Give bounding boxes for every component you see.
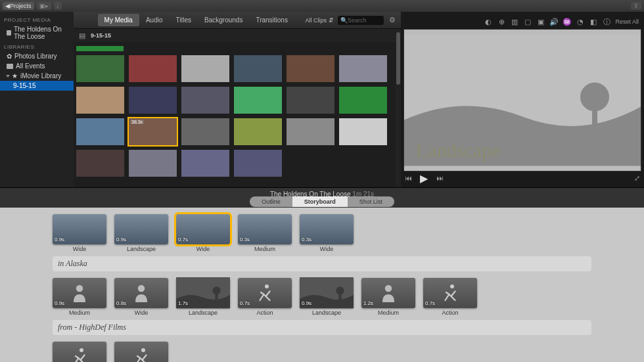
media-thumbnail[interactable] (129, 87, 177, 114)
storyboard-clip[interactable]: 0.9sLandscape (300, 278, 354, 316)
running-person-icon (131, 346, 151, 362)
tab-storyboard[interactable]: Storyboard (292, 196, 348, 207)
clip-thumb[interactable]: 0.9s (114, 214, 168, 244)
download-button[interactable]: ↓ (54, 2, 62, 10)
media-thumbnail[interactable] (234, 87, 282, 114)
clip-filter-select[interactable]: All Clips ⇵ (305, 17, 334, 24)
sidebar-item-allevents[interactable]: All Events (0, 61, 74, 71)
speed-icon[interactable]: ◔ (576, 18, 585, 26)
placeholder-thumb[interactable]: 0.9s (300, 278, 354, 308)
storyboard-clip[interactable]: 1.3s (53, 342, 106, 362)
info-icon[interactable]: ⓘ (602, 18, 611, 26)
media-thumbnail[interactable] (181, 150, 229, 177)
clip-thumb[interactable]: 0.7s (176, 214, 230, 244)
svg-rect-2 (592, 107, 597, 133)
disclosure-triangle-icon[interactable] (6, 75, 10, 78)
tab-shotlist[interactable]: Shot List (348, 196, 394, 207)
storyboard-clip[interactable]: 0.9sWide (53, 214, 106, 252)
media-thumbnail[interactable] (76, 55, 124, 82)
scrollbar-knob[interactable] (396, 32, 400, 85)
import-media-button[interactable]: ▣▸ (37, 2, 51, 10)
storyboard-clip[interactable]: 0.7sWide (176, 214, 230, 252)
placeholder-thumb[interactable]: 0.6s (114, 342, 168, 362)
clip-thumb[interactable]: 0.3s (300, 214, 354, 244)
media-thumbnail[interactable] (287, 55, 334, 82)
fullscreen-button[interactable]: ⤢ (632, 174, 641, 182)
color-balance-icon[interactable]: ⊕ (497, 18, 506, 26)
storyboard-clip[interactable]: 0.9sLandscape (114, 214, 168, 252)
media-thumbnail[interactable] (287, 118, 334, 145)
settings-gear-icon[interactable]: ⚙ (388, 16, 397, 24)
media-thumbnail[interactable] (234, 118, 282, 145)
title-card-1[interactable]: in Alaska (53, 256, 591, 271)
storyboard-clip[interactable]: 0.6s (114, 342, 168, 362)
tab-my-media[interactable]: My Media (98, 14, 139, 26)
tab-audio[interactable]: Audio (139, 14, 170, 26)
noise-reduce-icon[interactable]: ♒ (563, 18, 572, 26)
title-card-2[interactable]: from - HighDef Films (53, 320, 591, 335)
play-button[interactable]: ▶ (419, 174, 428, 182)
media-thumbnail[interactable]: 38.3s (129, 118, 177, 145)
storyboard-area[interactable]: 0.9sWide0.9sLandscape0.7sWide0.3sMedium0… (0, 208, 644, 362)
media-thumbnail[interactable] (76, 87, 124, 114)
media-thumbnail[interactable] (76, 150, 124, 177)
clip-thumb[interactable]: 0.3s (238, 214, 292, 244)
next-button[interactable]: ⏭ (435, 174, 444, 182)
sidebar-item-event-selected[interactable]: 9-15-15 (0, 81, 74, 91)
list-view-icon[interactable]: ▤ (78, 32, 87, 39)
media-thumbnail[interactable] (76, 118, 124, 145)
media-thumbnail[interactable] (234, 150, 282, 177)
storyboard-clip[interactable]: 0.7sAction (423, 278, 477, 316)
media-thumbnail[interactable] (287, 87, 334, 114)
camera-icon (7, 64, 13, 69)
placeholder-thumb[interactable]: 1.3s (53, 342, 106, 362)
media-thumbnail[interactable] (181, 55, 229, 82)
search-input[interactable]: 🔍 Search (338, 16, 384, 25)
media-thumbnail[interactable] (339, 118, 387, 145)
projects-back-button[interactable]: ◀ Projects (3, 2, 34, 10)
media-thumbnail[interactable] (129, 55, 177, 82)
clip-thumb[interactable]: 0.9s (53, 214, 106, 244)
stabilize-icon[interactable]: ▣ (536, 18, 545, 26)
viewer-frame[interactable]: Landscape (403, 29, 641, 171)
tab-transitions[interactable]: Transitions (249, 14, 294, 26)
share-button[interactable]: ⇧ (631, 2, 641, 10)
storyboard-clip[interactable]: 0.3sMedium (238, 214, 292, 252)
browser-scrollbar[interactable] (396, 32, 401, 187)
storyboard-clip[interactable]: 0.7sAction (238, 278, 292, 316)
media-thumbnail[interactable] (234, 55, 282, 82)
media-thumbnail[interactable] (339, 55, 387, 82)
storyboard-clip[interactable]: 0.3sWide (300, 214, 354, 252)
volume-icon[interactable]: 🔊 (549, 18, 559, 26)
imovie-library-label: iMovie Library (20, 72, 61, 79)
reset-all-button[interactable]: Reset All (615, 18, 639, 25)
tab-backgrounds[interactable]: Backgrounds (198, 14, 249, 26)
media-thumbnail[interactable] (181, 87, 229, 114)
tab-outline[interactable]: Outline (250, 196, 292, 207)
media-thumbnail[interactable] (181, 118, 229, 145)
placeholder-thumb[interactable]: 0.9s (53, 278, 106, 308)
enhance-icon[interactable]: ◐ (484, 18, 493, 26)
sidebar-project-item[interactable]: The Holdens On The Loose (0, 24, 74, 41)
crop-icon[interactable]: ▢ (523, 18, 532, 26)
media-thumbnail[interactable] (129, 150, 177, 177)
thumbnail-grid[interactable]: 38.3s (74, 42, 401, 187)
storyboard-clip[interactable]: 1.7sLandscape (176, 278, 230, 316)
placeholder-thumb[interactable]: 0.7s (238, 278, 292, 308)
placeholder-thumb[interactable]: 1.7s (176, 278, 230, 308)
placeholder-thumb[interactable]: 0.8s (114, 278, 168, 308)
sidebar-item-imovie-lib[interactable]: ★iMovie Library (0, 71, 74, 81)
sidebar-item-photos[interactable]: ✿Photos Library (0, 51, 74, 61)
storyboard-clip[interactable]: 0.8sWide (114, 278, 168, 316)
svg-point-15 (141, 348, 145, 352)
tab-titles[interactable]: Titles (169, 14, 198, 26)
placeholder-thumb[interactable]: 0.7s (423, 278, 477, 308)
media-thumbnail[interactable] (339, 87, 387, 114)
color-correct-icon[interactable]: ▥ (510, 18, 519, 26)
clip-filter-icon[interactable]: ◧ (589, 18, 598, 26)
prev-button[interactable]: ⏮ (403, 174, 413, 182)
all-events-label: All Events (16, 62, 45, 70)
storyboard-clip[interactable]: 0.9sMedium (53, 278, 106, 316)
placeholder-thumb[interactable]: 1.2s (361, 278, 415, 308)
storyboard-clip[interactable]: 1.2sMedium (361, 278, 415, 316)
